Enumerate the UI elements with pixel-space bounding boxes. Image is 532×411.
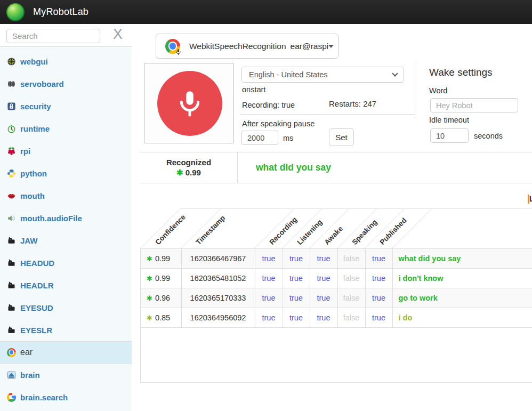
mic-record-indicator (157, 71, 222, 136)
idle-timeout-input[interactable] (430, 128, 469, 143)
sidebar-item-ear[interactable]: ear (0, 341, 132, 364)
sidebar-item-eyeslr[interactable]: EYESLR (0, 319, 132, 341)
awake-flag: true (310, 288, 337, 308)
confidence-cell: ✱0.99 (141, 249, 181, 269)
pause-input[interactable] (241, 131, 278, 145)
recognition-history-table: Confidence Timestamp Recording Listening… (140, 208, 532, 383)
panel-divider (240, 114, 415, 115)
servo-icon (7, 236, 16, 245)
recording-flag: true (255, 308, 283, 328)
sidebar-item-brain-search[interactable]: brain.search (0, 386, 132, 408)
service-title: WebkitSpeechRecognitionear@raspi (189, 42, 328, 51)
table-row: ✱0.85 1620364956092 true true true false… (141, 308, 532, 328)
awake-flag: true (310, 308, 337, 328)
search-clear-button[interactable]: X (113, 26, 123, 43)
table-header-band: Confidence Timestamp Recording Listening… (140, 208, 532, 248)
idle-timeout-label: Idle timeout (429, 116, 469, 124)
timestamp-cell: 1620365481052 (181, 269, 255, 288)
sidebar-item-jaw[interactable]: JAW (0, 229, 132, 252)
service-title-dropdown[interactable]: WebkitSpeechRecognitionear@raspi (156, 34, 338, 59)
top-bar: MyRobotLab (0, 0, 532, 24)
confidence-cell: ✱0.96 (141, 288, 181, 308)
myrobotlab-logo-icon (6, 3, 25, 21)
recognized-confidence-cell: Recognized ✱ 0.99 (140, 152, 238, 183)
chrome-icon (7, 348, 16, 357)
sidebar-item-brain[interactable]: brain (0, 364, 132, 386)
awake-flag: true (310, 269, 337, 288)
recording-flag: true (255, 269, 283, 288)
search-input[interactable] (6, 29, 100, 43)
lock-icon (7, 102, 16, 111)
sidebar-item-python[interactable]: python (0, 162, 132, 184)
restarts-count: Restarts: 247 (329, 99, 376, 108)
confidence-cell: ✱0.85 (141, 308, 181, 328)
speaking-flag: false (337, 269, 365, 288)
speaking-flag: false (337, 288, 365, 308)
table-row: ✱0.96 1620365170333 true true true false… (141, 288, 532, 308)
recognized-text-cell: what did you say (392, 249, 532, 269)
servo-icon (7, 281, 16, 290)
gauge-icon (7, 124, 16, 133)
recognized-confidence: ✱ 0.99 (176, 168, 201, 178)
chevron-down-icon (328, 45, 334, 48)
language-select[interactable]: English - United States (241, 67, 404, 83)
recognized-text-cell: go to work (392, 288, 532, 308)
listening-flag: true (283, 269, 310, 288)
confidence-star-icon: ✱ (176, 168, 183, 177)
table-row: ✱0.99 1620366467967 true true true false… (141, 249, 532, 269)
recognized-text-cell: i do (392, 308, 532, 328)
table-body: ✱0.99 1620366467967 true true true false… (140, 248, 532, 383)
sidebar-item-rpi[interactable]: rpi (0, 140, 132, 162)
board-icon (7, 79, 16, 88)
listening-flag: true (283, 308, 310, 328)
timestamp-cell: 1620365170333 (181, 288, 255, 308)
speaking-flag: false (337, 308, 365, 328)
pause-label: After speaking pause (242, 119, 315, 128)
sidebar-item-headud[interactable]: HEADUD (0, 252, 132, 274)
pause-unit: ms (283, 134, 293, 142)
brain-icon (7, 370, 16, 380)
recognized-label: Recognized (166, 158, 211, 167)
microphone-button[interactable] (144, 63, 234, 143)
table-row: ✱0.99 1620365481052 true true true false… (141, 269, 532, 288)
microphone-icon (175, 88, 205, 118)
sidebar-item-servoboard[interactable]: servoboard (0, 72, 132, 95)
main-content: WebkitSpeechRecognitionear@raspi English… (132, 24, 532, 411)
sidebar: X webgui servoboard security runtime rpi… (0, 24, 132, 411)
servo-icon (7, 259, 16, 268)
sidebar-item-runtime[interactable]: runtime (0, 117, 132, 140)
recognized-text: what did you say (238, 152, 331, 183)
globe-icon (7, 57, 16, 66)
recognized-strip: Recognized ✱ 0.99 what did you say (140, 152, 532, 183)
chrome-icon (165, 39, 180, 54)
sidebar-item-eyesud[interactable]: EYESUD (0, 296, 132, 319)
status-text: onstart (242, 85, 265, 94)
confidence-cell: ✱0.99 (141, 269, 181, 288)
mic-badge-icon (175, 49, 182, 55)
clipped-link[interactable]: L (528, 195, 532, 204)
recording-status: Recording: true (242, 101, 295, 109)
sidebar-item-mouth[interactable]: mouth (0, 184, 132, 207)
sidebar-item-security[interactable]: security (0, 95, 132, 117)
set-button[interactable]: Set (329, 128, 354, 146)
speaking-flag: false (337, 249, 365, 269)
sidebar-item-mouth-audiofile[interactable]: mouth.audioFile (0, 207, 132, 229)
python-icon (7, 169, 16, 178)
idle-timeout-unit: seconds (474, 132, 503, 140)
service-list: webgui servoboard security runtime rpi p… (0, 47, 132, 411)
sidebar-search-row: X (0, 24, 132, 47)
listening-flag: true (283, 249, 310, 269)
servo-icon (7, 326, 16, 335)
recognized-text-cell: i don't know (392, 269, 532, 288)
wake-settings-title: Wake settings (429, 67, 493, 78)
speaker-icon (7, 214, 16, 223)
servo-icon (7, 303, 16, 312)
published-flag: true (365, 269, 392, 288)
awake-flag: true (310, 249, 337, 269)
sidebar-item-webgui[interactable]: webgui (0, 50, 132, 72)
listening-flag: true (283, 288, 310, 308)
raspberry-icon (7, 147, 16, 156)
sidebar-item-headlr[interactable]: HEADLR (0, 274, 132, 296)
wake-word-input[interactable] (430, 98, 518, 112)
published-flag: true (365, 288, 392, 308)
